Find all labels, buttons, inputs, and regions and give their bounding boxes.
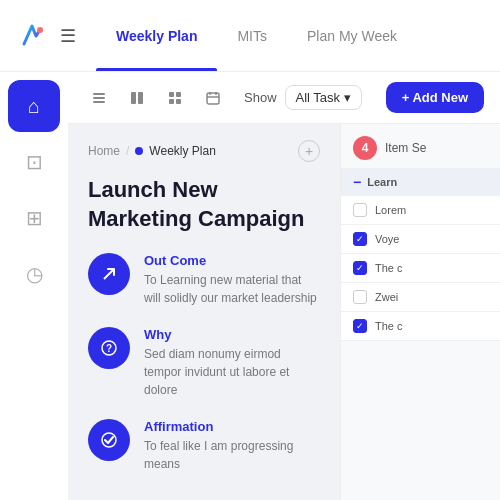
toolbar: Show All Task ▾ + Add New bbox=[68, 72, 500, 124]
content-area: Show All Task ▾ + Add New Home / Weekly … bbox=[68, 72, 500, 500]
clock-icon: ◷ bbox=[26, 262, 43, 286]
svg-rect-9 bbox=[176, 99, 181, 104]
tab-mits[interactable]: MITs bbox=[217, 0, 287, 71]
svg-rect-4 bbox=[131, 92, 136, 104]
svg-point-0 bbox=[37, 27, 43, 33]
list-item: Zwei bbox=[341, 283, 500, 312]
section-header: − Learn bbox=[341, 168, 500, 196]
sidebar-item-home[interactable]: ⌂ bbox=[8, 80, 60, 132]
task-affirmation-title: Affirmation bbox=[144, 419, 320, 434]
task-why-content: Why Sed diam nonumy eirmod tempor invidu… bbox=[144, 327, 320, 399]
list-item: The c bbox=[341, 254, 500, 283]
section-collapse-icon[interactable]: − bbox=[353, 174, 361, 190]
breadcrumb-add-button[interactable]: + bbox=[298, 140, 320, 162]
sidebar-item-monitor[interactable]: ⊡ bbox=[8, 136, 60, 188]
main-body: ⌂ ⊡ ⊞ ◷ bbox=[0, 72, 500, 500]
task-why-title: Why bbox=[144, 327, 320, 342]
task-item-outcome: Out Come To Learning new material that w… bbox=[88, 253, 320, 307]
task-outcome-title: Out Come bbox=[144, 253, 320, 268]
list-item: The c bbox=[341, 312, 500, 341]
svg-line-14 bbox=[104, 269, 114, 279]
task-why-icon: ? bbox=[88, 327, 130, 369]
task-affirmation-icon bbox=[88, 419, 130, 461]
page-title: Launch New Marketing Campaign bbox=[88, 176, 320, 233]
top-nav: ☰ Weekly Plan MITs Plan My Week bbox=[0, 0, 500, 72]
tab-weekly-plan[interactable]: Weekly Plan bbox=[96, 0, 217, 71]
task-filter-dropdown[interactable]: All Task ▾ bbox=[285, 85, 363, 110]
breadcrumb-home: Home bbox=[88, 144, 120, 158]
view-list-icon[interactable] bbox=[84, 83, 114, 113]
tab-plan-my-week[interactable]: Plan My Week bbox=[287, 0, 417, 71]
svg-text:?: ? bbox=[106, 343, 112, 354]
left-panel: Home / Weekly Plan + Launch New Marketin… bbox=[68, 124, 340, 500]
chevron-down-icon: ▾ bbox=[344, 90, 351, 105]
svg-rect-6 bbox=[169, 92, 174, 97]
home-icon: ⌂ bbox=[28, 95, 40, 118]
show-label: Show bbox=[244, 90, 277, 105]
panel-header: 4 Item Se bbox=[341, 124, 500, 168]
svg-rect-7 bbox=[176, 92, 181, 97]
svg-rect-8 bbox=[169, 99, 174, 104]
task-why-desc: Sed diam nonumy eirmod tempor invidunt u… bbox=[144, 345, 320, 399]
list-item: Lorem bbox=[341, 196, 500, 225]
sidebar-item-grid[interactable]: ⊞ bbox=[8, 192, 60, 244]
main-content: Home / Weekly Plan + Launch New Marketin… bbox=[68, 124, 500, 500]
hamburger-icon[interactable]: ☰ bbox=[60, 25, 76, 47]
svg-rect-3 bbox=[93, 101, 105, 103]
list-item-text-2: Voye bbox=[375, 233, 399, 245]
svg-rect-5 bbox=[138, 92, 143, 104]
panel-title: Item Se bbox=[385, 141, 426, 155]
task-affirmation-desc: To feal like I am progressing means bbox=[144, 437, 320, 473]
nav-tabs: Weekly Plan MITs Plan My Week bbox=[96, 0, 484, 71]
task-outcome-content: Out Come To Learning new material that w… bbox=[144, 253, 320, 307]
view-grid-icon[interactable] bbox=[160, 83, 190, 113]
list-item: Voye bbox=[341, 225, 500, 254]
add-new-button[interactable]: + Add New bbox=[386, 82, 484, 113]
breadcrumb-separator: / bbox=[126, 144, 129, 158]
svg-rect-1 bbox=[93, 93, 105, 95]
breadcrumb: Home / Weekly Plan + bbox=[88, 140, 320, 162]
list-checkbox-2[interactable] bbox=[353, 232, 367, 246]
list-item-text-4: Zwei bbox=[375, 291, 398, 303]
list-checkbox-4[interactable] bbox=[353, 290, 367, 304]
logo-area: ☰ bbox=[16, 20, 96, 52]
task-outcome-desc: To Learning new material that will solid… bbox=[144, 271, 320, 307]
breadcrumb-current: Weekly Plan bbox=[149, 144, 215, 158]
svg-rect-2 bbox=[93, 97, 105, 99]
list-item-text-5: The c bbox=[375, 320, 403, 332]
sidebar: ⌂ ⊡ ⊞ ◷ bbox=[0, 72, 68, 500]
item-count-badge: 4 bbox=[353, 136, 377, 160]
list-section: − Learn Lorem Voye Th bbox=[341, 168, 500, 500]
task-outcome-icon bbox=[88, 253, 130, 295]
app-logo bbox=[16, 20, 48, 52]
list-item-text-1: Lorem bbox=[375, 204, 406, 216]
right-panel: 4 Item Se − Learn Lorem bbox=[340, 124, 500, 500]
breadcrumb-dot bbox=[135, 147, 143, 155]
section-label: Learn bbox=[367, 176, 397, 188]
list-checkbox-5[interactable] bbox=[353, 319, 367, 333]
task-affirmation-content: Affirmation To feal like I am progressin… bbox=[144, 419, 320, 473]
task-item-affirmation: Affirmation To feal like I am progressin… bbox=[88, 419, 320, 473]
view-columns-icon[interactable] bbox=[122, 83, 152, 113]
app-container: ☰ Weekly Plan MITs Plan My Week ⌂ ⊡ ⊞ bbox=[0, 0, 500, 500]
sidebar-item-clock[interactable]: ◷ bbox=[8, 248, 60, 300]
list-checkbox-1[interactable] bbox=[353, 203, 367, 217]
grid-icon: ⊞ bbox=[26, 206, 43, 230]
monitor-icon: ⊡ bbox=[26, 150, 43, 174]
task-item-why: ? Why Sed diam nonumy eirmod tempor invi… bbox=[88, 327, 320, 399]
list-checkbox-3[interactable] bbox=[353, 261, 367, 275]
list-item-text-3: The c bbox=[375, 262, 403, 274]
view-calendar-icon[interactable] bbox=[198, 83, 228, 113]
svg-rect-10 bbox=[207, 93, 219, 104]
